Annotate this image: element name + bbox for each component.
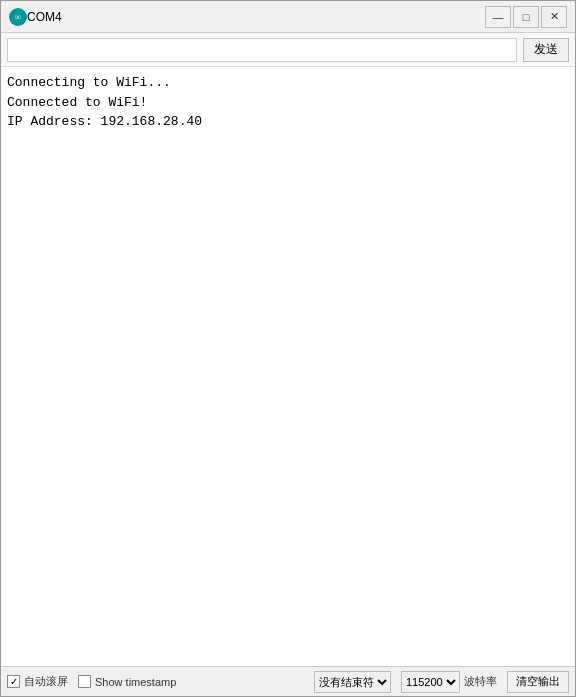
serial-line-3: IP Address: 192.168.28.40 <box>7 112 569 132</box>
clear-output-button[interactable]: 清空输出 <box>507 671 569 693</box>
baud-rate-select[interactable]: 300 1200 2400 4800 9600 19200 38400 5760… <box>401 671 460 693</box>
serial-input[interactable] <box>7 38 517 62</box>
baud-rate-item: 300 1200 2400 4800 9600 19200 38400 5760… <box>401 671 497 693</box>
toolbar: 发送 <box>1 33 575 67</box>
serial-line-2: Connected to WiFi! <box>7 93 569 113</box>
minimize-button[interactable]: — <box>485 6 511 28</box>
serial-output-area: Connecting to WiFi... Connected to WiFi!… <box>1 67 575 666</box>
timestamp-checkbox[interactable] <box>78 675 91 688</box>
window-controls: — □ ✕ <box>485 6 567 28</box>
app-icon: ∞ <box>9 8 27 26</box>
baud-rate-suffix: 波特率 <box>464 674 497 689</box>
status-bar: 自动滚屏 Show timestamp 没有结束符 换行 回车 换行+回车 30… <box>1 666 575 696</box>
line-ending-select[interactable]: 没有结束符 换行 回车 换行+回车 <box>314 671 391 693</box>
maximize-button[interactable]: □ <box>513 6 539 28</box>
line-ending-item: 没有结束符 换行 回车 换行+回车 <box>314 671 391 693</box>
timestamp-item: Show timestamp <box>78 675 176 688</box>
autoscroll-label: 自动滚屏 <box>24 674 68 689</box>
close-button[interactable]: ✕ <box>541 6 567 28</box>
autoscroll-item: 自动滚屏 <box>7 674 68 689</box>
title-bar: ∞ COM4 — □ ✕ <box>1 1 575 33</box>
serial-line-1: Connecting to WiFi... <box>7 73 569 93</box>
autoscroll-checkbox[interactable] <box>7 675 20 688</box>
main-window: ∞ COM4 — □ ✕ 发送 Connecting to WiFi... Co… <box>0 0 576 697</box>
timestamp-label: Show timestamp <box>95 676 176 688</box>
send-button[interactable]: 发送 <box>523 38 569 62</box>
window-title: COM4 <box>27 10 485 24</box>
